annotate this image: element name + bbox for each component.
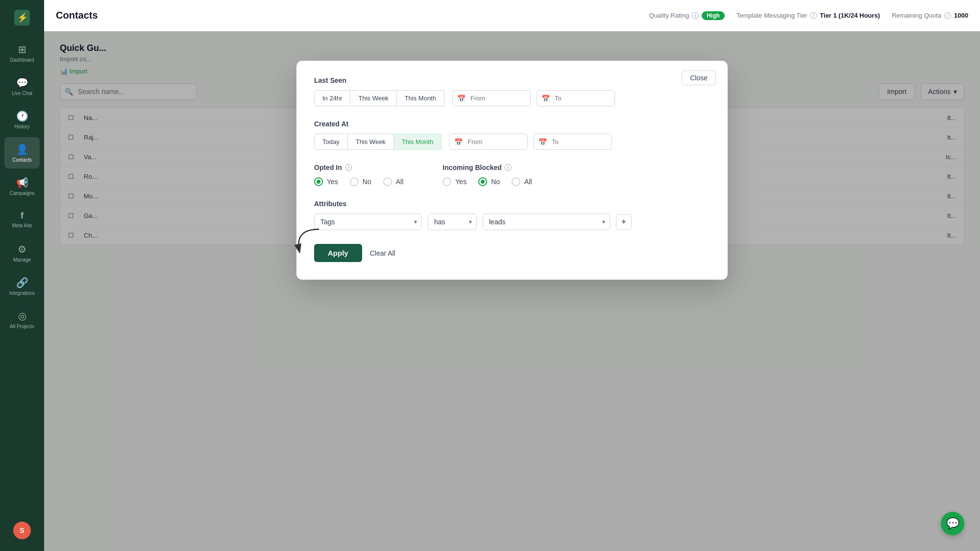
modal-overlay: Close Last Seen In 24hr This Week This M… — [44, 31, 980, 551]
meta-icon: f — [21, 211, 24, 221]
last-seen-controls: In 24hr This Week This Month 📅 📅 — [314, 90, 710, 106]
sidebar-item-label: Manage — [13, 257, 31, 263]
attributes-label: Attributes — [314, 200, 710, 208]
remaining-quota: Remaining Quota i 1000 — [892, 12, 968, 19]
opted-in-info-icon: i — [345, 164, 352, 171]
sidebar-item-label: Contacts — [12, 157, 31, 163]
last-seen-24hr-btn[interactable]: In 24hr — [314, 90, 350, 106]
sidebar-item-livechat[interactable]: 💬 Live Chat — [4, 71, 40, 102]
manage-icon: ⚙ — [18, 243, 26, 255]
contacts-icon: 👤 — [16, 144, 28, 155]
sidebar-item-contacts[interactable]: 👤 Contacts — [4, 137, 40, 168]
filter-modal: Close Last Seen In 24hr This Week This M… — [296, 61, 728, 280]
integrations-icon: 🔗 — [16, 277, 28, 288]
quality-rating: Quality Rating i High — [649, 11, 724, 20]
sidebar-item-label: All Projects — [10, 324, 34, 329]
attr-value-select[interactable]: leads — [483, 214, 610, 230]
sidebar-item-campaigns[interactable]: 📢 Campaigns — [4, 170, 40, 202]
opted-in-no[interactable]: No — [350, 177, 371, 186]
incoming-blocked-all[interactable]: All — [512, 177, 532, 186]
opted-in-options: Yes No All — [314, 177, 403, 186]
last-seen-from-wrap: 📅 — [452, 90, 531, 106]
topbar: Contacts Quality Rating i High Template … — [44, 0, 980, 31]
close-button[interactable]: Close — [682, 71, 716, 85]
sidebar-item-label: Meta Ads — [12, 223, 32, 228]
sidebar-item-label: Live Chat — [12, 91, 32, 96]
opted-in-group: Opted In i Yes No — [314, 164, 403, 186]
attr-operator-select[interactable]: has — [428, 214, 477, 230]
chat-fab-button[interactable]: 💬 — [941, 512, 964, 535]
remaining-quota-info-icon: i — [944, 12, 951, 19]
sidebar-item-label: Dashboard — [10, 57, 34, 63]
quality-rating-label: Quality Rating — [649, 12, 689, 19]
remaining-quota-label: Remaining Quota — [892, 12, 941, 19]
created-at-to-wrap: 📅 — [534, 134, 612, 150]
avatar[interactable]: S — [13, 522, 31, 539]
radio-yes-circle — [314, 177, 323, 186]
incoming-blocked-no[interactable]: No — [478, 177, 500, 186]
created-at-label: Created At — [314, 120, 710, 128]
template-tier-info-icon: i — [810, 12, 817, 19]
history-icon: 🕐 — [16, 110, 28, 122]
incoming-blocked-group: Incoming Blocked i Yes No — [442, 164, 532, 186]
livechat-icon: 💬 — [16, 77, 28, 89]
template-tier-label: Template Messaging Tier — [736, 12, 808, 19]
sidebar: ⚡ ⊞ Dashboard 💬 Live Chat 🕐 History 👤 Co… — [0, 0, 44, 551]
calendar-icon: 📅 — [541, 95, 550, 102]
radio-no-circle — [350, 177, 359, 186]
topbar-meta: Quality Rating i High Template Messaging… — [649, 11, 968, 20]
calendar-icon: 📅 — [457, 95, 466, 102]
radio-all-circle — [383, 177, 392, 186]
sidebar-item-all-projects[interactable]: ◎ All Projects — [4, 304, 40, 335]
radio-no-circle — [478, 177, 487, 186]
incoming-blocked-info-icon: i — [505, 164, 512, 171]
radio-all-circle — [512, 177, 520, 186]
sidebar-item-manage[interactable]: ⚙ Manage — [4, 237, 40, 268]
created-at-controls: Today This Week This Month 📅 📅 — [314, 134, 710, 150]
sidebar-item-label: History — [14, 124, 29, 129]
campaigns-icon: 📢 — [16, 177, 28, 189]
created-at-week-btn[interactable]: This Week — [348, 134, 394, 150]
last-seen-month-btn[interactable]: This Month — [397, 90, 444, 106]
attr-field-select[interactable]: Tags — [314, 214, 422, 230]
created-at-from-wrap: 📅 — [449, 134, 528, 150]
opted-in-label: Opted In i — [314, 164, 403, 171]
attr-operator-wrap: has ▾ — [428, 214, 477, 230]
sidebar-item-history[interactable]: 🕐 History — [4, 104, 40, 135]
sidebar-item-integrations[interactable]: 🔗 Integrations — [4, 270, 40, 302]
template-tier-value: Tier 1 (1K/24 Hours) — [820, 12, 880, 19]
apply-button[interactable]: Apply — [314, 244, 362, 262]
created-at-month-btn[interactable]: This Month — [394, 134, 441, 150]
incoming-blocked-yes[interactable]: Yes — [442, 177, 466, 186]
sidebar-item-label: Integrations — [9, 290, 35, 296]
incoming-blocked-options: Yes No All — [442, 177, 532, 186]
action-area: Apply Clear All — [314, 244, 710, 262]
last-seen-week-btn[interactable]: This Week — [350, 90, 396, 106]
sidebar-item-meta-ads[interactable]: f Meta Ads — [4, 204, 40, 235]
chat-icon: 💬 — [946, 517, 959, 530]
radio-groups: Opted In i Yes No — [314, 164, 710, 186]
opted-in-yes[interactable]: Yes — [314, 177, 338, 186]
template-tier: Template Messaging Tier i Tier 1 (1K/24 … — [736, 12, 880, 19]
sidebar-logo: ⚡ — [10, 8, 34, 27]
sidebar-item-dashboard[interactable]: ⊞ Dashboard — [4, 37, 40, 69]
dashboard-icon: ⊞ — [18, 44, 26, 55]
calendar-icon: 📅 — [454, 138, 463, 146]
clear-all-button[interactable]: Clear All — [370, 249, 395, 257]
quality-rating-badge: High — [702, 11, 725, 20]
incoming-blocked-label: Incoming Blocked i — [442, 164, 532, 171]
opted-in-all[interactable]: All — [383, 177, 404, 186]
last-seen-to-wrap: 📅 — [537, 90, 615, 106]
all-projects-icon: ◎ — [18, 310, 26, 322]
add-attribute-button[interactable]: + — [616, 214, 632, 230]
created-at-section: Created At Today This Week This Month 📅 … — [314, 120, 710, 150]
calendar-icon: 📅 — [539, 138, 547, 146]
quota-value: 1000 — [954, 12, 968, 19]
page-content: Quick Gu... Import co... 📊 Import 🔍 Impo… — [44, 31, 980, 551]
quality-rating-info-icon: i — [692, 12, 699, 19]
created-at-today-btn[interactable]: Today — [314, 134, 348, 150]
attributes-section: Attributes Tags ▾ has ▾ — [314, 200, 710, 230]
attributes-row: Tags ▾ has ▾ leads — [314, 214, 710, 230]
main-area: Contacts Quality Rating i High Template … — [44, 0, 980, 551]
last-seen-label: Last Seen — [314, 76, 710, 84]
